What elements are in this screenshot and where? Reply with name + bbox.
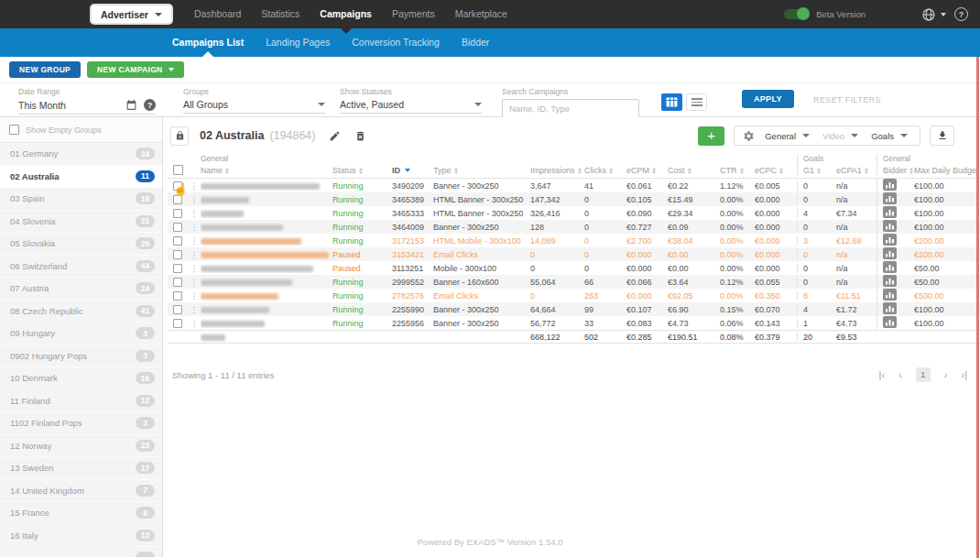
sidebar-group-10-denmark[interactable]: 10 Denmark16: [0, 367, 162, 389]
table-row[interactable]: ⋮Running3464009Banner - 300x2501280€0.72…: [168, 220, 980, 234]
apply-button[interactable]: APPLY: [742, 90, 794, 108]
row-checkbox[interactable]: [168, 209, 188, 218]
view-select-general[interactable]: General: [761, 131, 813, 141]
column-header-impressions[interactable]: Impressions: [530, 166, 584, 175]
table-row[interactable]: ⋮Running3465333HTML Banner - 300x250326,…: [168, 206, 980, 220]
nav-item-dashboard[interactable]: Dashboard: [184, 0, 251, 28]
view-select-video[interactable]: Video: [819, 131, 862, 141]
row-checkbox[interactable]: [168, 291, 188, 301]
sidebar-group-1102-finland-pops[interactable]: 1102 Finland Pops3: [0, 412, 162, 434]
caret-down-icon[interactable]: [941, 13, 946, 16]
sidebar-group-0902-hungary-pops[interactable]: 0902 Hungary Pops3: [0, 345, 162, 367]
column-header-type[interactable]: Type: [433, 166, 530, 175]
row-menu-icon[interactable]: ⋮: [188, 195, 201, 204]
bidder-chart-icon[interactable]: [877, 192, 914, 206]
prev-page-icon[interactable]: ‹: [898, 370, 902, 380]
column-header-ctr[interactable]: CTR: [720, 166, 755, 175]
row-checkbox[interactable]: [168, 195, 188, 204]
show-empty-checkbox[interactable]: [9, 125, 19, 135]
view-select-goals[interactable]: Goals: [867, 131, 911, 141]
sidebar-group-partial[interactable]: [0, 547, 162, 557]
row-checkbox[interactable]: [168, 278, 188, 287]
bidder-chart-icon[interactable]: [877, 302, 914, 316]
table-row[interactable]: ⋮Running2255990Banner - 300x25064,66499€…: [168, 302, 980, 316]
sidebar-group-08-czech-republic[interactable]: 08 Czech Republic41: [0, 301, 162, 323]
subnav-item-conversion-tracking[interactable]: Conversion Tracking: [341, 28, 451, 57]
bidder-chart-icon[interactable]: [877, 289, 914, 302]
new-campaign-button[interactable]: NEW CAMPAIGN: [87, 61, 183, 78]
globe-icon[interactable]: [921, 7, 936, 22]
row-checkbox[interactable]: [168, 223, 188, 232]
subnav-item-bidder[interactable]: Bidder: [451, 28, 500, 57]
sidebar-group-12-norway[interactable]: 12 Norway23: [0, 435, 162, 457]
add-campaign-button[interactable]: +: [698, 126, 724, 146]
sidebar-group-14-united-kingdom[interactable]: 14 United Kingdom7: [0, 480, 162, 502]
delete-icon[interactable]: [354, 130, 366, 142]
row-menu-icon[interactable]: ⋮: [188, 181, 201, 191]
lock-icon[interactable]: [170, 126, 189, 146]
nav-item-statistics[interactable]: Statistics: [251, 0, 310, 28]
column-header-ecpc[interactable]: eCPC: [755, 166, 797, 175]
gear-icon[interactable]: [743, 130, 755, 142]
sidebar-group-03-spain[interactable]: 03 Spain18: [0, 188, 162, 210]
nav-item-payments[interactable]: Payments: [382, 0, 445, 28]
bidder-chart-icon[interactable]: [877, 275, 914, 289]
sidebar-group-01-germany[interactable]: 01 Germany24: [0, 143, 162, 165]
table-row[interactable]: ⋮Running3490209Banner - 300x2503,64741€0…: [168, 179, 980, 192]
new-group-button[interactable]: NEW GROUP: [9, 61, 81, 78]
row-checkbox[interactable]: [168, 236, 188, 246]
column-header-clicks[interactable]: Clicks: [584, 166, 626, 175]
sidebar-group-06-switzerland[interactable]: 06 Switzerland44: [0, 256, 162, 278]
table-row[interactable]: ⋮Running2782576Email Clicks0263€0.000€92…: [168, 289, 980, 302]
column-header-cost[interactable]: Cost: [668, 166, 720, 175]
row-menu-icon[interactable]: ⋮: [188, 278, 201, 287]
bidder-chart-icon[interactable]: [877, 247, 914, 261]
row-checkbox[interactable]: [168, 319, 188, 328]
row-menu-icon[interactable]: ⋮: [188, 250, 201, 259]
search-input[interactable]: [502, 99, 639, 118]
calendar-icon[interactable]: [125, 99, 137, 111]
help-icon[interactable]: ?: [954, 7, 968, 21]
nav-item-campaigns[interactable]: Campaigns: [310, 0, 382, 28]
first-page-icon[interactable]: |‹: [879, 370, 886, 380]
column-header-ecpm[interactable]: eCPM: [626, 166, 668, 175]
download-icon[interactable]: [930, 126, 954, 146]
statuses-select[interactable]: Active, Paused: [340, 99, 482, 114]
sidebar-group-11-finland[interactable]: 11 Finland12: [0, 390, 162, 412]
next-page-icon[interactable]: ›: [944, 370, 948, 380]
row-menu-icon[interactable]: ⋮: [188, 291, 201, 301]
table-row[interactable]: ⋮Running3172153HTML Mobile - 300x10014,0…: [168, 234, 980, 247]
table-row[interactable]: ⋮Paused3153421Email Clicks00€0.000€0.000…: [168, 247, 980, 261]
subnav-item-campaigns-list[interactable]: Campaigns List: [161, 28, 255, 57]
date-range-control[interactable]: This Month ?: [18, 99, 156, 115]
row-menu-icon[interactable]: ⋮: [188, 209, 201, 218]
bidder-chart-icon[interactable]: [877, 220, 914, 234]
row-menu-icon[interactable]: ⋮: [188, 236, 201, 246]
nav-item-marketplace[interactable]: Marketplace: [445, 0, 517, 28]
column-header-budget[interactable]: Max Daily Budget: [914, 166, 980, 175]
beta-toggle[interactable]: [784, 9, 809, 19]
reset-filters-link[interactable]: RESET FILTERS: [813, 95, 881, 104]
row-checkbox[interactable]: [168, 305, 188, 314]
column-header-g1[interactable]: GoalsG1: [797, 154, 836, 175]
row-menu-icon[interactable]: ⋮: [188, 305, 201, 314]
sidebar-group-07-austria[interactable]: 07 Austria24: [0, 278, 162, 300]
table-row[interactable]: ⋮Running2255956Banner - 300x25056,77233€…: [168, 316, 980, 330]
select-all-checkbox[interactable]: [168, 165, 188, 175]
column-header-id[interactable]: ID: [392, 166, 433, 175]
list-view-icon[interactable]: [686, 93, 707, 111]
row-checkbox[interactable]: [168, 250, 188, 259]
row-checkbox[interactable]: [168, 264, 188, 273]
sidebar-group-15-france[interactable]: 15 France8: [0, 502, 162, 524]
sidebar-group-16-italy[interactable]: 16 Italy12: [0, 525, 162, 547]
column-header-name[interactable]: GeneralName: [201, 154, 332, 175]
row-menu-icon[interactable]: ⋮: [188, 264, 201, 273]
row-menu-icon[interactable]: ⋮: [188, 319, 201, 328]
sidebar-group-13-sweden[interactable]: 13 Sweden17: [0, 457, 162, 479]
bidder-chart-icon[interactable]: [877, 261, 914, 275]
bidder-chart-icon[interactable]: [877, 316, 914, 330]
table-row[interactable]: ⋮Running2999552Banner - 160x60055,06466€…: [168, 275, 980, 289]
groups-select[interactable]: All Groups: [183, 99, 325, 114]
column-header-status[interactable]: Status: [332, 166, 392, 175]
sidebar-group-02-australia[interactable]: 02 Australia11: [0, 166, 162, 188]
